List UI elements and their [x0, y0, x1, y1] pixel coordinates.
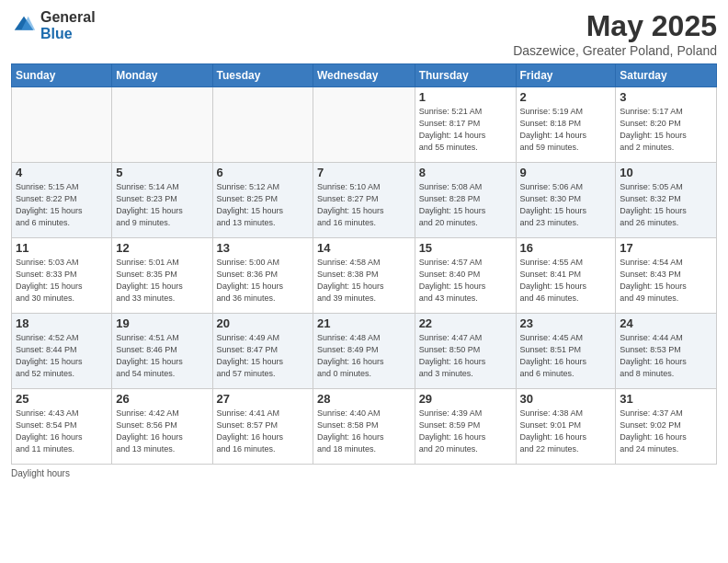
calendar-day-cell: 10Sunrise: 5:05 AM Sunset: 8:32 PM Dayli…: [616, 163, 717, 238]
day-info: Sunrise: 4:57 AM Sunset: 8:40 PM Dayligh…: [419, 257, 512, 304]
day-number: 30: [520, 392, 612, 406]
day-number: 17: [620, 241, 712, 255]
calendar-day-cell: 14Sunrise: 4:58 AM Sunset: 8:38 PM Dayli…: [313, 238, 415, 314]
day-info: Sunrise: 4:47 AM Sunset: 8:50 PM Dayligh…: [419, 332, 512, 380]
calendar-day-cell: 20Sunrise: 4:49 AM Sunset: 8:47 PM Dayli…: [212, 314, 313, 389]
day-number: 22: [419, 316, 512, 330]
logo-general-text: General: [40, 9, 96, 26]
calendar-day-cell: 13Sunrise: 5:00 AM Sunset: 8:36 PM Dayli…: [212, 238, 313, 314]
day-info: Sunrise: 4:45 AM Sunset: 8:51 PM Dayligh…: [520, 332, 612, 380]
day-info: Sunrise: 5:08 AM Sunset: 8:28 PM Dayligh…: [419, 181, 512, 229]
calendar-day-cell: 25Sunrise: 4:43 AM Sunset: 8:54 PM Dayli…: [12, 389, 112, 465]
calendar-day-cell: 29Sunrise: 4:39 AM Sunset: 8:59 PM Dayli…: [415, 389, 516, 465]
day-info: Sunrise: 4:44 AM Sunset: 8:53 PM Dayligh…: [620, 332, 712, 380]
day-info: Sunrise: 4:39 AM Sunset: 8:59 PM Dayligh…: [419, 408, 512, 455]
calendar-week-row: 11Sunrise: 5:03 AM Sunset: 8:33 PM Dayli…: [12, 238, 717, 314]
day-number: 3: [620, 90, 712, 104]
page: General Blue May 2025 Daszewice, Greater…: [0, 0, 728, 563]
day-info: Sunrise: 4:38 AM Sunset: 9:01 PM Dayligh…: [520, 408, 612, 455]
calendar-day-cell: 17Sunrise: 4:54 AM Sunset: 8:43 PM Dayli…: [616, 238, 717, 314]
day-number: 29: [419, 392, 512, 406]
day-header-saturday: Saturday: [616, 64, 717, 87]
day-info: Sunrise: 5:12 AM Sunset: 8:25 PM Dayligh…: [217, 181, 309, 229]
day-info: Sunrise: 5:01 AM Sunset: 8:35 PM Dayligh…: [116, 257, 208, 304]
day-info: Sunrise: 5:00 AM Sunset: 8:36 PM Dayligh…: [217, 257, 309, 304]
day-number: 1: [419, 90, 512, 104]
day-number: 23: [520, 316, 612, 330]
calendar-header-row: SundayMondayTuesdayWednesdayThursdayFrid…: [12, 64, 717, 87]
calendar-day-cell: 26Sunrise: 4:42 AM Sunset: 8:56 PM Dayli…: [112, 389, 212, 465]
day-number: 8: [419, 166, 512, 179]
calendar-week-row: 25Sunrise: 4:43 AM Sunset: 8:54 PM Dayli…: [12, 389, 717, 465]
logo-text: General Blue: [40, 9, 96, 41]
day-header-sunday: Sunday: [12, 64, 112, 87]
month-title: May 2025: [513, 9, 717, 43]
footer-note: Daylight hours: [11, 468, 717, 478]
day-number: 11: [16, 241, 108, 255]
day-number: 10: [620, 166, 712, 179]
day-number: 21: [317, 316, 411, 330]
calendar-day-cell: 19Sunrise: 4:51 AM Sunset: 8:46 PM Dayli…: [112, 314, 212, 389]
day-info: Sunrise: 5:06 AM Sunset: 8:30 PM Dayligh…: [520, 181, 612, 229]
day-number: 6: [217, 166, 309, 179]
title-block: May 2025 Daszewice, Greater Poland, Pola…: [513, 9, 717, 58]
day-number: 24: [620, 316, 712, 330]
day-number: 16: [520, 241, 612, 255]
day-info: Sunrise: 4:52 AM Sunset: 8:44 PM Dayligh…: [16, 332, 108, 380]
calendar-day-cell: 4Sunrise: 5:15 AM Sunset: 8:22 PM Daylig…: [12, 163, 112, 238]
calendar-day-cell: 11Sunrise: 5:03 AM Sunset: 8:33 PM Dayli…: [12, 238, 112, 314]
day-number: 20: [217, 316, 309, 330]
calendar-day-cell: 12Sunrise: 5:01 AM Sunset: 8:35 PM Dayli…: [112, 238, 212, 314]
calendar-day-cell: 2Sunrise: 5:19 AM Sunset: 8:18 PM Daylig…: [516, 87, 616, 163]
day-number: 27: [217, 392, 309, 406]
calendar-day-cell: 27Sunrise: 4:41 AM Sunset: 8:57 PM Dayli…: [212, 389, 313, 465]
calendar-day-cell: 9Sunrise: 5:06 AM Sunset: 8:30 PM Daylig…: [516, 163, 616, 238]
day-info: Sunrise: 4:54 AM Sunset: 8:43 PM Dayligh…: [620, 257, 712, 304]
day-number: 26: [116, 392, 208, 406]
calendar-table: SundayMondayTuesdayWednesdayThursdayFrid…: [11, 63, 717, 465]
day-info: Sunrise: 5:21 AM Sunset: 8:17 PM Dayligh…: [419, 106, 512, 154]
calendar-day-cell: 5Sunrise: 5:14 AM Sunset: 8:23 PM Daylig…: [112, 163, 212, 238]
day-number: 13: [217, 241, 309, 255]
day-info: Sunrise: 4:42 AM Sunset: 8:56 PM Dayligh…: [116, 408, 208, 455]
day-number: 25: [16, 392, 108, 406]
day-info: Sunrise: 5:10 AM Sunset: 8:27 PM Dayligh…: [317, 181, 411, 229]
calendar-day-cell: [12, 87, 112, 163]
calendar-day-cell: [212, 87, 313, 163]
calendar-week-row: 1Sunrise: 5:21 AM Sunset: 8:17 PM Daylig…: [12, 87, 717, 163]
day-header-tuesday: Tuesday: [212, 64, 313, 87]
day-header-wednesday: Wednesday: [313, 64, 415, 87]
calendar-day-cell: 31Sunrise: 4:37 AM Sunset: 9:02 PM Dayli…: [616, 389, 717, 465]
day-info: Sunrise: 4:51 AM Sunset: 8:46 PM Dayligh…: [116, 332, 208, 380]
day-info: Sunrise: 4:58 AM Sunset: 8:38 PM Dayligh…: [317, 257, 411, 304]
logo-icon: [11, 13, 37, 39]
day-info: Sunrise: 4:48 AM Sunset: 8:49 PM Dayligh…: [317, 332, 411, 380]
calendar-day-cell: 16Sunrise: 4:55 AM Sunset: 8:41 PM Dayli…: [516, 238, 616, 314]
calendar-day-cell: 15Sunrise: 4:57 AM Sunset: 8:40 PM Dayli…: [415, 238, 516, 314]
calendar-day-cell: 7Sunrise: 5:10 AM Sunset: 8:27 PM Daylig…: [313, 163, 415, 238]
calendar-day-cell: 24Sunrise: 4:44 AM Sunset: 8:53 PM Dayli…: [616, 314, 717, 389]
day-info: Sunrise: 4:41 AM Sunset: 8:57 PM Dayligh…: [217, 408, 309, 455]
calendar-day-cell: 23Sunrise: 4:45 AM Sunset: 8:51 PM Dayli…: [516, 314, 616, 389]
day-info: Sunrise: 5:19 AM Sunset: 8:18 PM Dayligh…: [520, 106, 612, 154]
calendar-day-cell: 18Sunrise: 4:52 AM Sunset: 8:44 PM Dayli…: [12, 314, 112, 389]
calendar-day-cell: [112, 87, 212, 163]
day-header-thursday: Thursday: [415, 64, 516, 87]
day-info: Sunrise: 4:40 AM Sunset: 8:58 PM Dayligh…: [317, 408, 411, 455]
logo: General Blue: [11, 9, 96, 41]
day-header-monday: Monday: [112, 64, 212, 87]
day-info: Sunrise: 4:55 AM Sunset: 8:41 PM Dayligh…: [520, 257, 612, 304]
day-number: 9: [520, 166, 612, 179]
day-number: 28: [317, 392, 411, 406]
location: Daszewice, Greater Poland, Poland: [513, 43, 717, 58]
calendar-week-row: 18Sunrise: 4:52 AM Sunset: 8:44 PM Dayli…: [12, 314, 717, 389]
day-info: Sunrise: 5:17 AM Sunset: 8:20 PM Dayligh…: [620, 106, 712, 154]
calendar-day-cell: [313, 87, 415, 163]
calendar-day-cell: 3Sunrise: 5:17 AM Sunset: 8:20 PM Daylig…: [616, 87, 717, 163]
day-number: 18: [16, 316, 108, 330]
day-info: Sunrise: 5:15 AM Sunset: 8:22 PM Dayligh…: [16, 181, 108, 229]
calendar-day-cell: 8Sunrise: 5:08 AM Sunset: 8:28 PM Daylig…: [415, 163, 516, 238]
day-number: 15: [419, 241, 512, 255]
calendar-day-cell: 21Sunrise: 4:48 AM Sunset: 8:49 PM Dayli…: [313, 314, 415, 389]
calendar-day-cell: 22Sunrise: 4:47 AM Sunset: 8:50 PM Dayli…: [415, 314, 516, 389]
